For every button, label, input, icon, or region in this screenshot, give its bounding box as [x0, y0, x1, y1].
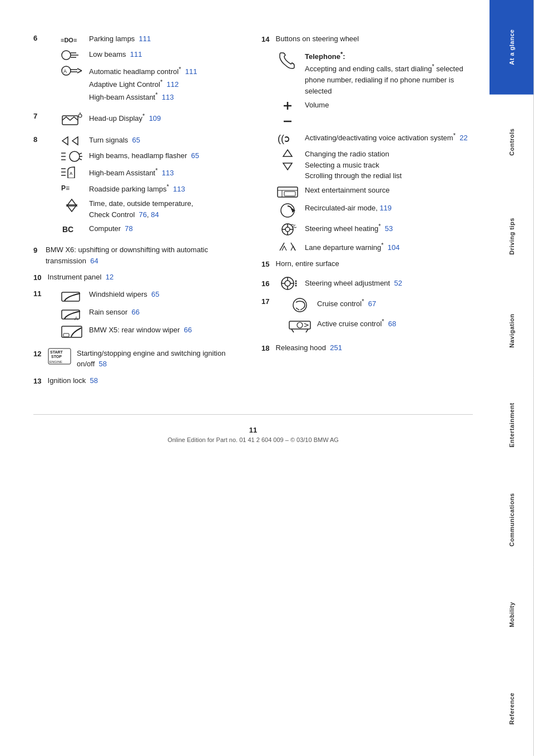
low-beams-row: Low beams 111	[58, 49, 197, 61]
item-18-block: 18 Releasing hood 251	[261, 342, 473, 354]
svg-line-22	[79, 159, 82, 160]
computer-text: Computer 78	[89, 223, 199, 234]
item-7-block: 7	[33, 111, 245, 129]
svg-rect-46	[278, 187, 298, 197]
voice-row: ((ↄ Activating/deactivating voice activa…	[274, 131, 473, 145]
item-15-text: Horn, entire surface	[274, 258, 473, 269]
ldw-icon	[274, 240, 301, 253]
item-15-block: 15 Horn, entire surface	[261, 258, 473, 270]
sidebar-tab-communications[interactable]: Communications	[490, 473, 534, 567]
telephone-row: Telephone*: Accepting and ending calls, …	[274, 50, 473, 97]
parking-lamps-text: Parking lamps 111	[89, 33, 197, 45]
rain-sensor-icon: A	[58, 307, 86, 321]
item-15-row: 15 Horn, entire surface	[261, 258, 473, 270]
hba-text: High-beam Assistant* 113	[89, 166, 199, 179]
svg-point-59	[285, 281, 290, 286]
roadside-icon: P≡	[58, 182, 86, 194]
rear-wiper-text: BMW X5: rear window wiper 66	[89, 325, 192, 336]
svg-point-64	[295, 280, 297, 282]
svg-marker-45	[283, 163, 292, 170]
item-number-9: 9	[33, 244, 46, 256]
svg-text:≡DO≡: ≡DO≡	[61, 37, 77, 43]
start-stop-icon: START STOP ENGINE	[46, 348, 73, 365]
svg-text:A: A	[70, 171, 73, 176]
item-8-subitems: Turn signals 65	[58, 135, 199, 239]
auto-headlamp-icon: A	[58, 65, 86, 77]
svg-rect-35	[63, 333, 69, 337]
item-16-block: 16	[261, 276, 473, 291]
sw-heat-text: Steering wheel heating* 53	[305, 222, 473, 234]
item-number-12: 12	[33, 348, 46, 360]
item-12-row: 12 START STOP ENGINE Starting/stopping e…	[33, 348, 245, 370]
head-up-row: Head-up Display* 109	[58, 111, 161, 126]
cruise-icon	[286, 297, 314, 313]
telephone-icon	[274, 50, 301, 70]
item-number-15: 15	[261, 258, 274, 270]
item-14-header: Buttons on steering wheel	[274, 33, 473, 45]
svg-point-12	[78, 114, 82, 117]
svg-marker-14	[62, 137, 68, 145]
sidebar-tab-reference[interactable]: Reference	[490, 661, 534, 756]
sidebar-tab-at-a-glance[interactable]: At a glance	[490, 0, 534, 95]
hba-icon: A	[58, 166, 86, 178]
svg-line-10	[77, 71, 82, 73]
computer-row: BC Computer 78	[58, 223, 199, 235]
rear-wiper-row: BMW X5: rear window wiper 66	[58, 325, 192, 339]
low-beams-icon	[58, 49, 86, 61]
sidebar-tab-entertainment[interactable]: Entertainment	[490, 378, 534, 473]
svg-text:A: A	[75, 316, 78, 321]
radio-row: Changing the radio station Selecting a m…	[274, 149, 473, 181]
item-10-text: Instrument panel 12	[46, 272, 245, 283]
item-11-subitems: Windshield wipers 65 A	[58, 289, 192, 342]
recirc-row: Recirculated-air mode, 119	[274, 203, 473, 218]
recirc-text: Recirculated-air mode, 119	[305, 203, 473, 214]
roadside-row: P≡ Roadside parking lamps* 113	[58, 182, 199, 195]
ldw-row: Lane departure warning* 104	[274, 240, 473, 253]
svg-text:BC: BC	[62, 225, 73, 234]
rain-sensor-text: Rain sensor 66	[89, 307, 192, 318]
item-6-subitems: ≡DO≡ Parking lamps 111	[58, 33, 197, 106]
item-6-block: 6 ≡DO≡ Parking lamps 111	[33, 33, 245, 106]
svg-line-9	[77, 68, 82, 71]
item-13-row: 13 Ignition lock 58	[33, 375, 245, 387]
sidebar-tab-driving-tips[interactable]: Driving tips	[490, 189, 534, 284]
item-11-block: 11 Winds	[33, 289, 245, 342]
telephone-text: Telephone*: Accepting and ending calls, …	[305, 50, 473, 97]
cruise-row: Cruise control* 67	[286, 297, 396, 313]
svg-line-68	[296, 308, 299, 310]
turn-signal-row: Turn signals 65	[58, 135, 199, 147]
roadside-text: Roadside parking lamps* 113	[89, 182, 199, 195]
acc-icon	[286, 317, 314, 333]
auto-headlamp-text: Automatic headlamp control* 111 Adaptive…	[89, 65, 197, 102]
page-container: 6 ≡DO≡ Parking lamps 111	[0, 0, 534, 756]
volume-minus-icon	[274, 115, 301, 127]
sidebar-tab-navigation[interactable]: Navigation	[490, 283, 534, 378]
volume-plus-row: Volume	[274, 100, 473, 112]
parking-lamps-icon: ≡DO≡	[58, 33, 86, 46]
footer-text: Online Edition for Part no. 01 41 2 604 …	[33, 436, 473, 443]
main-content: 6 ≡DO≡ Parking lamps 111	[0, 0, 490, 756]
high-beam-flash-icon	[58, 150, 86, 163]
item-number-6: 6	[33, 33, 46, 42]
next-ent-row: Next entertainment source	[274, 185, 473, 199]
item-16-text: Steering wheel adjustment 52	[305, 278, 473, 289]
item-number-13: 13	[33, 375, 46, 387]
svg-text:START: START	[50, 350, 63, 354]
item-12-text: Starting/stopping engine and switching i…	[77, 348, 245, 370]
sidebar-tab-mobility[interactable]: Mobility	[490, 567, 534, 662]
item-14-block: 14 Buttons on steering wheel	[261, 33, 473, 253]
item-14-header-row: 14 Buttons on steering wheel	[261, 33, 473, 45]
low-beams-text: Low beams 111	[89, 49, 197, 60]
item-number-18: 18	[261, 342, 274, 354]
rain-sensor-row: A Rain sensor 66	[58, 307, 192, 321]
item-9-row: 9 BMW X6: upshifting or downshifting wit…	[33, 244, 245, 266]
svg-point-53	[285, 227, 290, 232]
item-number-7: 7	[33, 111, 46, 120]
time-row: Time, date, outside temperature, Check C…	[58, 198, 199, 220]
auto-headlamp-row: A Automatic headlamp control* 111	[58, 65, 197, 102]
item-10-row: 10 Instrument panel 12	[33, 272, 245, 283]
item-18-row: 18 Releasing hood 251	[261, 342, 473, 354]
sidebar-tab-controls[interactable]: Controls	[490, 95, 534, 189]
item-13-block: 13 Ignition lock 58	[33, 375, 245, 387]
item-10-block: 10 Instrument panel 12	[33, 272, 245, 283]
